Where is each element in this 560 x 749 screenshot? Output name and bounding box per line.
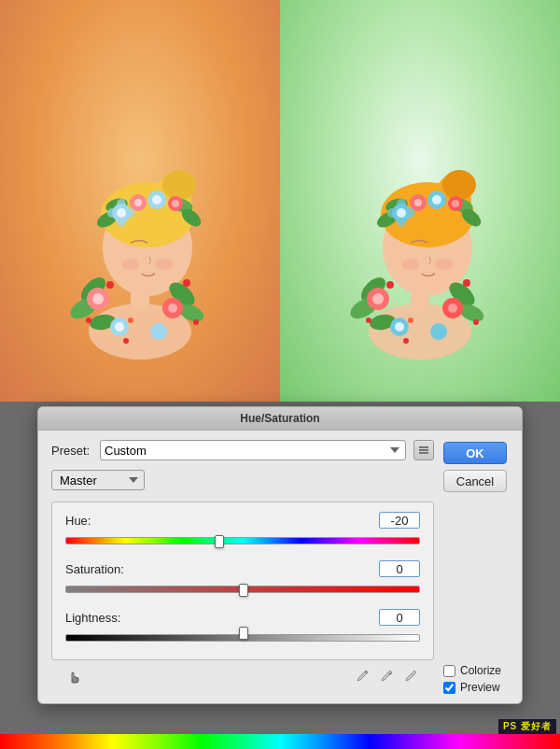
dialog-body: Preset: Custom Master Reds Yello <box>38 431 522 703</box>
svg-point-34 <box>168 304 177 313</box>
saturation-value-input[interactable] <box>379 560 420 577</box>
hue-header: Hue: <box>65 512 420 529</box>
svg-point-35 <box>150 323 167 340</box>
svg-point-74 <box>395 322 404 332</box>
saturation-row: Saturation: <box>65 560 420 598</box>
svg-point-49 <box>435 259 454 270</box>
svg-point-39 <box>193 319 199 325</box>
lightness-value-input[interactable] <box>379 609 420 626</box>
lightness-label: Lightness: <box>65 611 120 625</box>
dialog-titlebar: Hue/Saturation <box>38 407 522 431</box>
svg-point-80 <box>366 318 371 323</box>
canvas-before <box>0 0 280 402</box>
svg-point-32 <box>115 322 124 332</box>
sliders-section: Hue: Saturation: <box>51 502 434 660</box>
saturation-label: Saturation: <box>65 562 124 576</box>
svg-point-59 <box>432 195 441 205</box>
svg-point-88 <box>365 671 368 673</box>
svg-point-82 <box>403 338 409 344</box>
eyedropper-add-button[interactable]: + <box>376 666 397 686</box>
saturation-header: Saturation: <box>65 560 420 577</box>
dialog-right-panel: OK Cancel Colorize Preview <box>443 440 509 694</box>
svg-point-23 <box>126 208 135 218</box>
preset-options-button[interactable] <box>413 440 434 460</box>
svg-point-38 <box>86 318 91 323</box>
svg-point-41 <box>128 318 133 323</box>
colorize-checkbox[interactable] <box>443 665 455 677</box>
eyedropper-sub-button[interactable]: - <box>400 666 421 686</box>
preset-select[interactable]: Custom <box>100 440 406 460</box>
svg-point-77 <box>430 323 447 340</box>
svg-point-83 <box>408 318 413 323</box>
svg-point-78 <box>386 281 394 289</box>
cancel-button[interactable]: Cancel <box>443 470 507 492</box>
svg-point-37 <box>183 279 190 287</box>
svg-text:+: + <box>388 671 392 677</box>
svg-point-36 <box>106 281 114 289</box>
svg-point-62 <box>397 199 406 208</box>
hue-label: Hue: <box>65 514 91 528</box>
lightness-thumb[interactable] <box>239 627 248 640</box>
preview-checkbox[interactable] <box>443 682 455 694</box>
canvas-area <box>0 0 560 402</box>
dialog-left-panel: Preset: Custom Master Reds Yello <box>51 440 434 694</box>
svg-point-57 <box>414 199 422 206</box>
svg-point-79 <box>463 279 470 287</box>
colorize-label: Colorize <box>460 664 501 677</box>
svg-point-81 <box>473 319 479 325</box>
ok-button[interactable]: OK <box>443 442 507 464</box>
saturation-slider-track[interactable] <box>65 581 420 598</box>
checkbox-group: Colorize Preview <box>443 664 509 694</box>
svg-point-61 <box>452 200 459 207</box>
preview-checkbox-row[interactable]: Preview <box>443 681 500 694</box>
preset-row: Preset: Custom <box>51 440 434 460</box>
svg-point-40 <box>123 338 129 344</box>
svg-point-76 <box>448 304 457 313</box>
fairy-illustration-before <box>37 33 243 369</box>
eyedropper-icons: + - <box>352 666 421 686</box>
tool-icons <box>64 667 83 685</box>
lightness-slider-track[interactable] <box>65 629 420 646</box>
svg-point-19 <box>172 200 179 207</box>
svg-point-30 <box>92 293 104 304</box>
svg-point-5 <box>162 170 196 200</box>
hue-value-input[interactable] <box>379 512 420 529</box>
svg-point-47 <box>442 170 476 200</box>
svg-point-20 <box>117 199 126 208</box>
svg-point-6 <box>121 259 140 270</box>
svg-point-22 <box>117 218 126 227</box>
eyedropper-button[interactable] <box>352 666 372 686</box>
lightness-header: Lightness: <box>65 609 420 626</box>
svg-point-7 <box>155 259 174 270</box>
channel-select[interactable]: Master Reds Yellows Greens Cyans Blues M… <box>51 470 145 490</box>
svg-point-15 <box>134 199 142 206</box>
svg-point-64 <box>397 218 406 227</box>
hue-row: Hue: <box>65 512 420 549</box>
svg-point-17 <box>152 195 161 205</box>
channel-row: Master Reds Yellows Greens Cyans Blues M… <box>51 470 434 490</box>
hue-saturation-dialog: Hue/Saturation Preset: Custom <box>37 406 523 704</box>
dialog-title: Hue/Saturation <box>240 412 319 425</box>
spectrum-bar <box>0 734 560 749</box>
svg-point-21 <box>107 208 117 218</box>
dialog-toolbar: + - <box>51 660 434 694</box>
watermark: PS 爱好者 <box>498 719 556 734</box>
hue-thumb[interactable] <box>215 535 224 548</box>
canvas-after <box>280 0 560 402</box>
hand-tool-button[interactable] <box>64 667 83 685</box>
preview-label: Preview <box>460 681 500 694</box>
preset-label: Preset: <box>51 444 92 458</box>
svg-point-65 <box>406 208 415 218</box>
svg-point-63 <box>387 208 397 218</box>
lightness-row: Lightness: <box>65 609 420 646</box>
saturation-thumb[interactable] <box>239 584 248 597</box>
svg-rect-87 <box>72 673 74 678</box>
svg-point-48 <box>401 259 420 270</box>
fairy-illustration-after <box>317 33 523 369</box>
svg-point-55 <box>397 208 406 218</box>
svg-point-72 <box>372 293 384 304</box>
colorize-checkbox-row[interactable]: Colorize <box>443 664 501 677</box>
hue-slider-track[interactable] <box>65 532 420 549</box>
svg-point-13 <box>117 208 126 218</box>
